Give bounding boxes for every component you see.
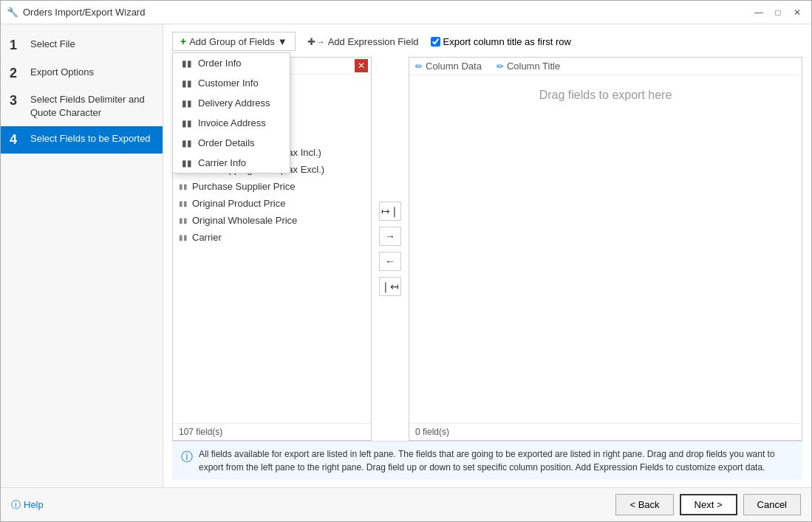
step-number-3: 3 bbox=[10, 93, 23, 109]
cancel-label: Cancel bbox=[757, 499, 787, 510]
drop-zone-title: Drag fields to export here bbox=[539, 89, 672, 102]
dropdown-label-carrier-info: Carrier Info bbox=[198, 157, 246, 168]
info-icon: ⓘ bbox=[181, 448, 193, 466]
col-title-label: Column Title bbox=[507, 61, 560, 72]
col-title-header: ✏ Column Title bbox=[497, 61, 560, 72]
window-title: Orders Import/Export Wizard bbox=[23, 7, 751, 18]
remove-one-icon: ← bbox=[385, 255, 395, 267]
right-pane-count: 0 field(s) bbox=[415, 427, 449, 437]
app-icon: 🔧 bbox=[7, 7, 18, 18]
add-all-button[interactable]: ↦❘ bbox=[379, 202, 401, 221]
right-pane-footer: 0 field(s) bbox=[409, 423, 802, 440]
field-label: Purchase Supplier Price bbox=[192, 181, 295, 192]
group-icon-customer: ▮▮ bbox=[182, 78, 192, 89]
sidebar-item-fields[interactable]: 4 Select Fields to be Exported bbox=[1, 126, 163, 154]
dropdown-label-customer-info: Customer Info bbox=[198, 78, 259, 89]
col-data-header: ✏ Column Data bbox=[415, 61, 482, 72]
remove-one-button[interactable]: ← bbox=[379, 252, 401, 271]
back-button[interactable]: < Back bbox=[615, 494, 673, 515]
main-window: 🔧 Orders Import/Export Wizard — □ ✕ 1 Se… bbox=[0, 0, 812, 522]
col-data-label: Column Data bbox=[426, 61, 482, 72]
step-label-4: Select Fields to be Exported bbox=[30, 132, 151, 145]
list-item[interactable]: ▮▮ Purchase Supplier Price bbox=[173, 178, 371, 195]
sidebar-item-delimiter[interactable]: 3 Select Fields Delimiter and Quote Char… bbox=[1, 87, 163, 126]
dropdown-item-customer-info[interactable]: ▮▮ Customer Info bbox=[173, 73, 290, 93]
next-button[interactable]: Next > bbox=[680, 494, 737, 515]
next-label: Next > bbox=[695, 499, 723, 510]
step-number-4: 4 bbox=[10, 132, 23, 148]
group-icon-order-details: ▮▮ bbox=[182, 138, 192, 148]
export-title-checkbox-row[interactable]: Export column title as first row bbox=[431, 36, 571, 47]
field-drag-icon: ▮▮ bbox=[179, 182, 188, 190]
dropdown-item-order-info[interactable]: ▮▮ Order Info bbox=[173, 53, 290, 73]
add-expression-label: Add Expression Field bbox=[328, 36, 419, 47]
help-icon: ⓘ bbox=[11, 498, 21, 512]
minimize-button[interactable]: — bbox=[751, 4, 767, 21]
field-label: Original Wholesale Price bbox=[192, 215, 297, 226]
help-label: Help bbox=[24, 499, 44, 510]
step-label-2: Export Options bbox=[30, 66, 94, 79]
group-icon-delivery: ▮▮ bbox=[182, 98, 192, 109]
add-one-icon: → bbox=[385, 230, 395, 242]
field-label: Carrier bbox=[192, 232, 222, 243]
dropdown-item-carrier-info[interactable]: ▮▮ Carrier Info bbox=[173, 153, 290, 173]
export-title-checkbox[interactable] bbox=[431, 37, 440, 47]
drop-zone: Drag fields to export here bbox=[409, 75, 802, 423]
dropdown-label-invoice-address: Invoice Address bbox=[198, 117, 266, 128]
dropdown-label-delivery-address: Delivery Address bbox=[198, 97, 270, 109]
step-label-3: Select Fields Delimiter and Quote Charac… bbox=[30, 93, 154, 120]
window-controls: — □ ✕ bbox=[751, 4, 805, 21]
transfer-buttons: ↦❘ → ← ❘↤ bbox=[376, 57, 404, 441]
group-icon-carrier: ▮▮ bbox=[182, 158, 192, 168]
sidebar-item-export-options[interactable]: 2 Export Options bbox=[1, 60, 163, 88]
close-pane-button[interactable]: ✕ bbox=[355, 59, 368, 72]
left-pane-footer: 107 field(s) bbox=[173, 423, 371, 440]
list-item[interactable]: ▮▮ Original Wholesale Price bbox=[173, 212, 371, 229]
field-drag-icon: ▮▮ bbox=[179, 216, 188, 224]
list-item[interactable]: ▮▮ Carrier bbox=[173, 229, 371, 246]
dropdown-item-invoice-address[interactable]: ▮▮ Invoice Address bbox=[173, 113, 290, 133]
list-item[interactable]: ▮▮ Original Product Price bbox=[173, 195, 371, 212]
maximize-button[interactable]: □ bbox=[770, 4, 786, 21]
add-group-button[interactable]: + Add Group of Fields ▼ bbox=[172, 32, 296, 51]
right-pane: ✏ Column Data ✏ Column Title Drag fields… bbox=[409, 57, 802, 441]
info-text: All fields available for export are list… bbox=[199, 447, 794, 474]
help-link[interactable]: ⓘ Help bbox=[11, 498, 44, 512]
sidebar: 1 Select File 2 Export Options 3 Select … bbox=[1, 24, 163, 487]
step-number-2: 2 bbox=[10, 66, 23, 82]
group-icon-order: ▮▮ bbox=[182, 58, 192, 69]
step-label-1: Select File bbox=[30, 38, 75, 51]
add-expression-button[interactable]: ✚→ Add Expression Field bbox=[303, 33, 423, 50]
export-title-label: Export column title as first row bbox=[443, 36, 571, 47]
main-content: 1 Select File 2 Export Options 3 Select … bbox=[1, 24, 811, 487]
dropdown-label-order-details: Order Details bbox=[198, 137, 255, 148]
dropdown-label-order-info: Order Info bbox=[198, 58, 242, 69]
sidebar-item-select-file[interactable]: 1 Select File bbox=[1, 32, 163, 60]
field-drag-icon: ▮▮ bbox=[179, 199, 188, 207]
back-label: < Back bbox=[630, 499, 659, 510]
remove-all-button[interactable]: ❘↤ bbox=[379, 277, 401, 296]
toolbar: + Add Group of Fields ▼ ▮▮ Order Info ▮▮… bbox=[172, 32, 802, 51]
add-all-icon: ↦❘ bbox=[381, 205, 399, 217]
field-label: Original Product Price bbox=[192, 198, 285, 209]
add-group-label: Add Group of Fields bbox=[189, 36, 275, 47]
pencil-icon-data: ✏ bbox=[415, 61, 423, 72]
field-drag-icon: ▮▮ bbox=[179, 233, 188, 241]
column-headers: ✏ Column Data ✏ Column Title bbox=[409, 58, 802, 75]
dropdown-arrow-icon: ▼ bbox=[278, 36, 287, 47]
expression-icon: ✚→ bbox=[307, 36, 325, 47]
pencil-icon-title: ✏ bbox=[497, 61, 504, 72]
info-bar: ⓘ All fields available for export are li… bbox=[172, 441, 802, 480]
left-pane-count: 107 field(s) bbox=[179, 427, 222, 437]
add-group-dropdown: ▮▮ Order Info ▮▮ Customer Info ▮▮ Delive… bbox=[172, 52, 290, 174]
add-one-button[interactable]: → bbox=[379, 227, 401, 246]
cancel-button[interactable]: Cancel bbox=[743, 494, 801, 515]
footer: ⓘ Help < Back Next > Cancel bbox=[1, 487, 811, 521]
group-icon-invoice: ▮▮ bbox=[182, 118, 192, 128]
close-button[interactable]: ✕ bbox=[789, 4, 805, 21]
right-panel: + Add Group of Fields ▼ ▮▮ Order Info ▮▮… bbox=[163, 24, 811, 487]
dropdown-item-order-details[interactable]: ▮▮ Order Details bbox=[173, 133, 290, 153]
dropdown-item-delivery-address[interactable]: ▮▮ Delivery Address bbox=[173, 93, 290, 113]
title-bar: 🔧 Orders Import/Export Wizard — □ ✕ bbox=[1, 1, 811, 24]
plus-icon: + bbox=[180, 35, 186, 47]
